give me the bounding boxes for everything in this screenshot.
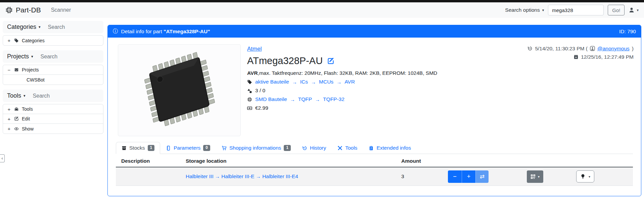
storage-location-breadcrumb: Halbleiter III → Halbleiter III-E → Halb…	[180, 173, 396, 179]
microchip-icon	[5, 6, 13, 14]
user-menu[interactable]: ▾	[629, 7, 639, 13]
tab-badge: 0	[203, 145, 210, 151]
tools-search-input[interactable]	[33, 93, 99, 99]
tree-node-cwsbot[interactable]: CWSBot	[3, 75, 103, 85]
sidebar-collapse-handle[interactable]: ‹	[0, 154, 5, 162]
modified-suffix: )	[632, 46, 634, 52]
go-button[interactable]: Go!	[608, 5, 625, 15]
eye-icon	[14, 126, 19, 131]
category-link[interactable]: aktive Bauteile	[255, 79, 289, 85]
tree-node-categories[interactable]: + Categories	[3, 36, 103, 45]
user-icon	[629, 7, 635, 13]
expand-icon[interactable]: +	[7, 106, 11, 112]
tab-parameters[interactable]: Parameters 0	[160, 142, 216, 154]
search-input[interactable]	[548, 5, 604, 15]
tree-node-edit[interactable]: + Edit	[3, 114, 103, 124]
expand-icon[interactable]: +	[7, 126, 11, 132]
tree-node-tools[interactable]: + Tools	[3, 104, 103, 114]
part-description: AVR,max. Taktfrequenz: 20MHz, Flash: 32K…	[247, 70, 437, 76]
tree-node-show[interactable]: + Show	[3, 124, 103, 134]
microchip-icon	[247, 97, 252, 102]
stock-summary-row: 3 / 0	[247, 88, 437, 94]
inbox-icon	[14, 67, 19, 72]
tab-history[interactable]: History	[296, 142, 332, 154]
search-options-label: Search options	[505, 7, 540, 13]
sidebar-section-categories-header: Categories ▾	[3, 21, 103, 33]
add-stock-button[interactable]: +	[462, 170, 475, 183]
tab-label: Parameters	[174, 145, 200, 151]
storage-location-link[interactable]: Halbleiter III	[186, 173, 214, 179]
withdraw-stock-button[interactable]: −	[448, 170, 462, 183]
tab-badge: 1	[284, 145, 291, 151]
storage-location-link[interactable]: Halbleiter III-E	[221, 173, 254, 179]
search-options-dropdown[interactable]: Search options ▾	[505, 7, 544, 13]
cart-icon	[222, 146, 227, 151]
category-link[interactable]: MCUs	[319, 79, 333, 85]
edit-icon	[327, 57, 334, 65]
money-icon	[247, 106, 252, 111]
storage-location-link[interactable]: Halbleiter III-E4	[262, 173, 298, 179]
tree-node-label: Show	[22, 126, 34, 132]
projects-search-input[interactable]	[41, 54, 99, 60]
footprint-breadcrumb: SMD Bauteile → TQFP → TQFP-32	[247, 96, 437, 102]
window-top-strip	[0, 0, 644, 2]
tab-label: History	[310, 145, 326, 151]
user-anonymous-link[interactable]: @anonymous	[597, 46, 630, 52]
qr-code-icon	[531, 174, 536, 179]
footprint-link[interactable]: SMD Bauteile	[255, 96, 287, 102]
modified-time: 5/14/20, 11:30:23 PM (	[535, 46, 588, 52]
led-locate-dropdown-button[interactable]: ▾	[576, 170, 594, 183]
tag-icon	[14, 38, 19, 43]
categories-dropdown-toggle[interactable]: Categories ▾	[7, 23, 41, 31]
chevron-down-icon: ▾	[39, 25, 41, 29]
tree-node-label: Categories	[22, 38, 45, 43]
tab-badge: 1	[148, 145, 155, 151]
categories-search-input[interactable]	[48, 24, 99, 30]
projects-dropdown-toggle[interactable]: Projects ▾	[7, 53, 33, 60]
tab-shopping-informations[interactable]: Shopping informations 1	[216, 142, 296, 154]
arrow-icon: →	[292, 79, 297, 85]
sidebar-section-projects-header: Projects ▾	[3, 50, 103, 63]
stock-summary: 3 / 0	[255, 88, 265, 94]
chevron-down-icon: ▾	[24, 94, 26, 98]
footprint-link[interactable]: TQFP-32	[323, 96, 344, 102]
tree-node-projects[interactable]: − Projects	[3, 65, 103, 75]
app-brand[interactable]: Part-DB	[5, 6, 41, 14]
price-value: €2.99	[255, 105, 268, 111]
tab-extended-infos[interactable]: Extended infos	[363, 142, 417, 154]
arrow-icon: →	[215, 173, 220, 179]
clipboard-icon	[369, 146, 374, 151]
column-header-description: Description	[116, 158, 180, 164]
edit-part-button[interactable]	[327, 57, 334, 65]
price-row: €2.99	[247, 105, 437, 111]
nav-item-scanner[interactable]: Scanner	[51, 7, 71, 13]
arrow-icon: →	[311, 79, 316, 85]
section-title: Categories	[7, 23, 36, 31]
manufacturer-link[interactable]: Atmel	[247, 46, 262, 52]
move-stock-button[interactable]: ⇄	[475, 170, 489, 183]
chevron-down-icon: ▾	[538, 175, 540, 178]
footprint-link[interactable]: TQFP	[298, 96, 312, 102]
collapse-node-icon[interactable]: −	[7, 67, 11, 73]
tools-dropdown-toggle[interactable]: Tools ▾	[7, 92, 26, 99]
category-link[interactable]: AVR	[344, 79, 355, 85]
tab-tools[interactable]: Tools	[332, 142, 363, 154]
tab-label: Stocks	[129, 145, 145, 151]
part-tabs: Stocks 1 Parameters 0 Shopping informati…	[116, 142, 633, 154]
top-navbar: Part-DB Scanner Search options ▾ Go! ▾	[0, 2, 644, 18]
expand-icon[interactable]: +	[7, 38, 11, 43]
history-icon	[302, 146, 307, 151]
expand-icon[interactable]: +	[7, 116, 11, 122]
projects-tree: − Projects CWSBot	[3, 65, 103, 85]
header-text: Detail info for part	[121, 29, 162, 34]
category-link[interactable]: ICs	[300, 79, 308, 85]
part-image[interactable]	[118, 44, 241, 136]
tools-icon	[337, 146, 342, 151]
arrow-icon: →	[336, 79, 341, 85]
label-qr-dropdown-button[interactable]: ▾	[527, 170, 543, 183]
tree-node-label: Edit	[22, 116, 30, 121]
tab-stocks[interactable]: Stocks 1	[116, 142, 160, 154]
tab-label: Extended infos	[376, 145, 411, 151]
part-detail-card: ⓘ Detail info for part "ATmega328P-AU" I…	[107, 25, 641, 196]
created-timestamp: 12/25/16, 12:27:49 PM	[527, 53, 634, 61]
